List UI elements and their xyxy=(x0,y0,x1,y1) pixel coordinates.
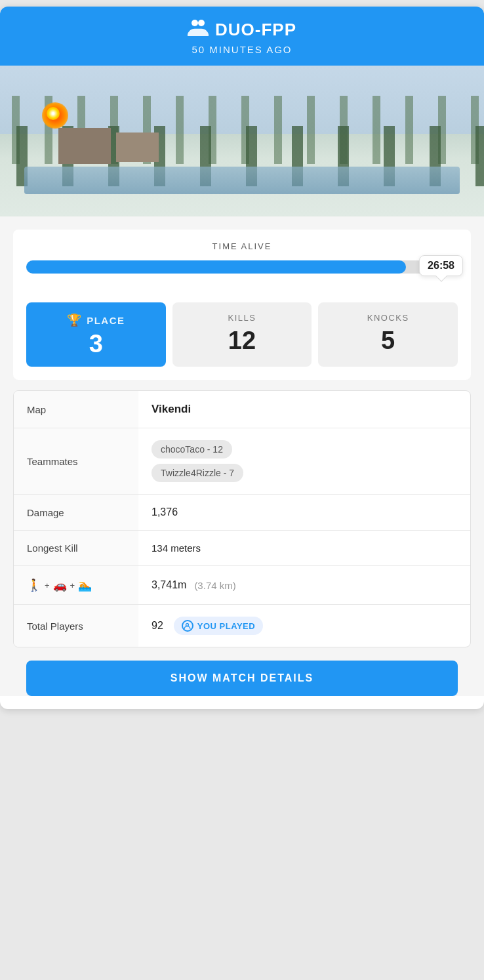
table-row-map: Map Vikendi xyxy=(14,391,470,428)
knocks-label: KNOCKS xyxy=(325,313,451,323)
total-players-value: 92 YOU PLAYED xyxy=(138,605,470,647)
damage-value: 1,376 xyxy=(138,495,470,530)
table-row-total-players: Total Players 92 YOU PLAYED xyxy=(14,605,470,647)
progress-bar-fill xyxy=(26,260,406,274)
teammate-1: chocoTaco - 12 xyxy=(151,440,232,459)
mode-label: DUO-FPP xyxy=(215,20,296,40)
progress-container: 26:58 xyxy=(26,260,458,274)
details-table: Map Vikendi Teammates chocoTaco - 12 Twi… xyxy=(13,390,471,647)
table-row-teammates: Teammates chocoTaco - 12 Twizzle4Rizzle … xyxy=(14,428,470,495)
kills-label: KILLS xyxy=(179,313,306,323)
game-mode: DUO-FPP xyxy=(13,18,471,41)
teammates-value: chocoTaco - 12 Twizzle4Rizzle - 7 xyxy=(138,428,470,494)
you-played-icon xyxy=(182,620,193,632)
you-played-text: YOU PLAYED xyxy=(197,621,255,631)
show-match-details-button[interactable]: SHOW MATCH DETAILS xyxy=(26,661,458,696)
table-row-longest-kill: Longest Kill 134 meters xyxy=(14,531,470,566)
svg-point-0 xyxy=(192,20,198,26)
longest-kill-label: Longest Kill xyxy=(14,531,138,565)
kills-box: KILLS 12 xyxy=(172,302,312,367)
place-box: 🏆 PLACE 3 xyxy=(26,302,166,367)
kills-value: 12 xyxy=(179,328,306,353)
time-alive-label: TIME ALIVE xyxy=(26,241,458,251)
stats-row: 🏆 PLACE 3 KILLS 12 KNOCKS 5 xyxy=(26,302,458,367)
damage-number: 1,376 xyxy=(151,506,178,518)
progress-bar-background: 26:58 xyxy=(26,260,458,274)
longest-kill-value: 134 meters xyxy=(138,531,470,565)
map-value: Vikendi xyxy=(138,391,470,428)
damage-label: Damage xyxy=(14,495,138,530)
transport-icons: 🚶 + 🚗 + 🏊 xyxy=(14,566,138,604)
teammates-label: Teammates xyxy=(14,428,138,494)
teammate-2: Twizzle4Rizzle - 7 xyxy=(151,464,243,482)
map-label: Map xyxy=(14,391,138,428)
distance-value: 3,741m (3.74 km) xyxy=(138,566,470,604)
time-alive-section: TIME ALIVE 26:58 🏆 PLACE 3 xyxy=(13,230,471,380)
content-area: TIME ALIVE 26:58 🏆 PLACE 3 xyxy=(0,216,484,696)
knocks-box: KNOCKS 5 xyxy=(318,302,458,367)
match-card: DUO-FPP 50 MINUTES AGO TIME ALIVE 26:58 xyxy=(0,7,484,709)
you-played-badge: YOU PLAYED xyxy=(174,617,263,635)
longest-kill-number: 134 meters xyxy=(151,542,201,554)
distance-km: (3.74 km) xyxy=(194,580,235,591)
place-header: 🏆 PLACE xyxy=(33,313,159,327)
distance-meters: 3,741m xyxy=(151,579,186,591)
map-name: Vikendi xyxy=(151,403,191,416)
total-players-label: Total Players xyxy=(14,605,138,647)
player-count-number: 92 xyxy=(151,620,163,632)
duo-icon xyxy=(188,18,209,41)
place-value: 3 xyxy=(33,331,159,356)
match-header: DUO-FPP 50 MINUTES AGO xyxy=(0,7,484,66)
svg-point-1 xyxy=(198,20,205,26)
trophy-icon: 🏆 xyxy=(67,313,81,327)
table-row-distance: 🚶 + 🚗 + 🏊 3,741m (3.74 km) xyxy=(14,566,470,605)
knocks-value: 5 xyxy=(325,328,451,353)
time-ago: 50 MINUTES AGO xyxy=(13,44,471,55)
map-image xyxy=(0,66,484,216)
place-label: PLACE xyxy=(87,315,125,326)
table-row-damage: Damage 1,376 xyxy=(14,495,470,531)
time-alive-tooltip: 26:58 xyxy=(419,255,463,276)
